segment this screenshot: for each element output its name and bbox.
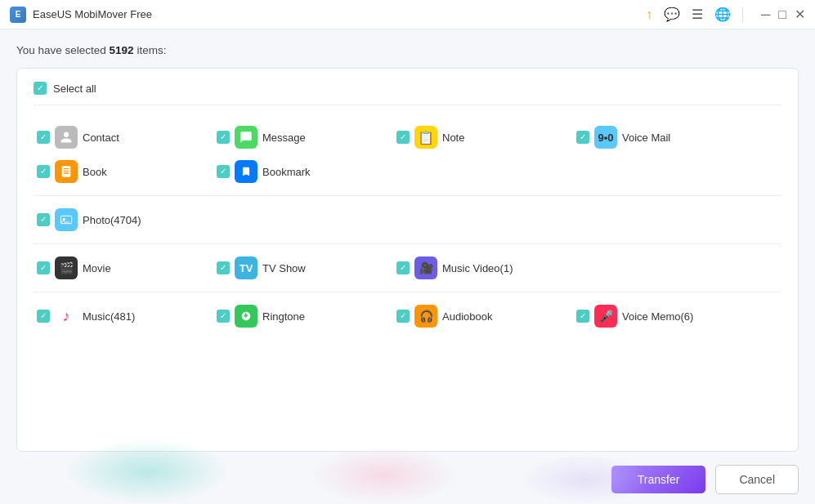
ringtone-checkbox[interactable]: ✓ xyxy=(217,310,230,323)
select-all-checkbox[interactable]: ✓ xyxy=(34,82,47,95)
title-bar: E EaseUS MobiMover Free ↑ 💬 ☰ 🌐 ─ □ ✕ xyxy=(0,0,815,29)
bookmark-icon xyxy=(235,160,257,183)
list-item: ✓ 🎥 Music Video(1) xyxy=(393,251,573,285)
musicvideo-icon: 🎥 xyxy=(414,256,437,279)
app-logo: E xyxy=(10,7,26,23)
list-item: ✓ TV TV Show xyxy=(213,251,393,285)
music-checkbox[interactable]: ✓ xyxy=(37,310,50,323)
checkmark-icon: ✓ xyxy=(37,84,43,92)
audiobook-icon: 🎧 xyxy=(414,305,437,328)
chat-icon[interactable]: 💬 xyxy=(664,7,680,22)
menu-icon[interactable]: ☰ xyxy=(692,7,703,22)
photo-icon xyxy=(55,208,78,231)
photo-checkbox[interactable]: ✓ xyxy=(37,213,50,226)
musicvideo-label: Music Video(1) xyxy=(442,262,513,274)
items-row-audio: ✓ ♪ Music(481) ✓ Ringtone ✓ 🎧 Audiobook xyxy=(34,299,781,333)
app-title: EaseUS MobiMover Free xyxy=(33,8,152,20)
list-item: ✓ Ringtone xyxy=(213,299,393,333)
items-row-1: ✓ Contact ✓ Message ✓ 📋 Note xyxy=(34,120,781,154)
ringtone-icon xyxy=(235,305,257,328)
message-label: Message xyxy=(262,132,306,144)
upload-icon[interactable]: ↑ xyxy=(646,7,652,22)
select-all-row: ✓ Select all xyxy=(34,82,781,105)
movie-icon: 🎬 xyxy=(55,256,78,279)
tvshow-checkbox[interactable]: ✓ xyxy=(217,261,230,274)
list-item: ✓ ♪ Music(481) xyxy=(34,299,213,333)
selection-count: 5192 xyxy=(110,44,134,56)
voicememo-icon: 🎤 xyxy=(594,305,617,328)
note-icon: 📋 xyxy=(414,126,437,149)
music-label: Music(481) xyxy=(83,310,135,323)
list-item: ✓ Contact xyxy=(34,120,213,154)
title-bar-left: E EaseUS MobiMover Free xyxy=(10,7,152,23)
list-item: ✓ Message xyxy=(213,120,393,154)
items-row-2: ✓ Book ✓ Bookmark xyxy=(34,154,781,189)
bookmark-checkbox[interactable]: ✓ xyxy=(217,165,230,178)
audiobook-label: Audiobook xyxy=(442,310,492,323)
separator xyxy=(742,7,743,22)
message-icon xyxy=(235,126,257,149)
bookmark-label: Bookmark xyxy=(262,166,311,178)
note-checkbox[interactable]: ✓ xyxy=(396,131,410,144)
contact-icon xyxy=(55,126,78,149)
book-icon xyxy=(55,160,78,183)
voicemail-checkbox[interactable]: ✓ xyxy=(576,131,589,144)
items-row-photos: ✓ Photo(4704) xyxy=(34,203,781,237)
ringtone-label: Ringtone xyxy=(262,310,305,323)
list-item: ✓ 📋 Note xyxy=(393,120,573,154)
contact-checkbox[interactable]: ✓ xyxy=(37,131,50,144)
globe-icon[interactable]: 🌐 xyxy=(714,7,731,22)
music-icon: ♪ xyxy=(55,305,78,328)
minimize-button[interactable]: ─ xyxy=(761,8,770,21)
list-item: ✓ 🎧 Audiobook xyxy=(393,299,573,333)
items-row-video: ✓ 🎬 Movie ✓ TV TV Show ✓ 🎥 Music Video(1… xyxy=(34,251,781,285)
maximize-button[interactable]: □ xyxy=(778,8,786,21)
select-all-label: Select all xyxy=(53,83,96,95)
bottom-bar: Transfer Cancel xyxy=(16,460,799,494)
close-button[interactable]: ✕ xyxy=(795,8,805,21)
book-label: Book xyxy=(83,166,107,178)
voicemail-icon: 9•0 xyxy=(594,126,617,149)
selection-info: You have selected 5192 items: xyxy=(16,44,799,56)
list-item: ✓ Book xyxy=(34,154,213,189)
section-info1: ✓ Contact ✓ Message ✓ 📋 Note xyxy=(34,114,781,196)
window-controls: ─ □ ✕ xyxy=(761,8,805,21)
list-item: ✓ Bookmark xyxy=(213,154,393,189)
tvshow-label: TV Show xyxy=(262,262,306,274)
message-checkbox[interactable]: ✓ xyxy=(217,131,230,144)
tvshow-icon: TV xyxy=(235,256,257,279)
list-item: ✓ 🎤 Voice Memo(6) xyxy=(573,299,753,333)
main-content: You have selected 5192 items: ✓ Select a… xyxy=(0,29,815,504)
audiobook-checkbox[interactable]: ✓ xyxy=(396,310,410,323)
list-item: ✓ Photo(4704) xyxy=(34,203,213,237)
items-card: ✓ Select all ✓ Contact ✓ Me xyxy=(16,68,799,452)
title-bar-actions: ↑ 💬 ☰ 🌐 ─ □ ✕ xyxy=(646,7,805,22)
transfer-button[interactable]: Transfer xyxy=(611,466,706,493)
list-item: ✓ 9•0 Voice Mail xyxy=(573,120,753,154)
movie-checkbox[interactable]: ✓ xyxy=(37,261,50,274)
book-checkbox[interactable]: ✓ xyxy=(37,165,50,178)
voicememo-label: Voice Memo(6) xyxy=(622,310,693,323)
section-photos: ✓ Photo(4704) xyxy=(34,196,781,244)
section-audio: ✓ ♪ Music(481) ✓ Ringtone ✓ 🎧 Audiobook xyxy=(34,292,781,340)
list-item: ✓ 🎬 Movie xyxy=(34,251,213,285)
movie-label: Movie xyxy=(83,262,111,274)
cancel-button[interactable]: Cancel xyxy=(715,465,799,494)
contact-label: Contact xyxy=(83,132,119,144)
voicememo-checkbox[interactable]: ✓ xyxy=(576,310,589,323)
note-label: Note xyxy=(442,132,464,144)
musicvideo-checkbox[interactable]: ✓ xyxy=(396,261,410,274)
photo-label: Photo(4704) xyxy=(83,214,141,226)
voicemail-label: Voice Mail xyxy=(622,132,670,144)
section-video: ✓ 🎬 Movie ✓ TV TV Show ✓ 🎥 Music Video(1… xyxy=(34,244,781,292)
